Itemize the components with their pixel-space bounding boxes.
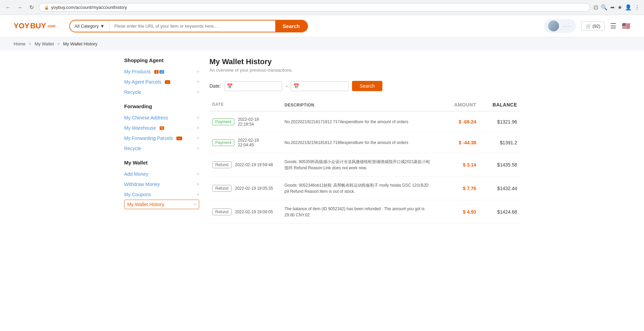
share-icon[interactable]: ➦: [610, 4, 615, 11]
sidebar-label-chinese-address: My Chinese Address: [124, 115, 168, 120]
chevron-right-icon-10: >: [197, 192, 199, 197]
breadcrumb-home[interactable]: Home: [14, 41, 26, 46]
category-label: All Category: [75, 24, 99, 29]
cell-date-4: Refund 2022-02-19 19:00:05: [209, 208, 278, 215]
chevron-right-icon-8: >: [197, 172, 199, 176]
sidebar-item-my-products[interactable]: My Products 1 2 >: [124, 67, 199, 77]
user-info[interactable]: ········: [544, 19, 576, 33]
date-text-3: 2022-02-19 19:05:35: [235, 186, 273, 191]
sidebar-label-forwarding-parcels: My Forwarding Parcels: [124, 135, 173, 141]
bookmark-icon[interactable]: ★: [617, 4, 622, 11]
search-button[interactable]: Search: [275, 20, 307, 32]
breadcrumb-current: My Wallet History: [63, 41, 98, 46]
date-text-2: 2022-02-19 19:59:48: [235, 162, 273, 167]
sidebar-badge-forwarding: ···: [176, 136, 182, 140]
reload-button[interactable]: ↻: [27, 3, 35, 12]
chevron-right-icon-7: >: [197, 146, 199, 151]
cell-balance-1: $1391.2: [479, 140, 520, 145]
sidebar-item-add-money[interactable]: Add Money >: [124, 169, 199, 179]
flag-icon[interactable]: 🇺🇸: [622, 22, 630, 30]
back-button[interactable]: ←: [4, 3, 12, 12]
chevron-right-icon-5: >: [197, 126, 199, 130]
page-title: My Wallet History: [209, 57, 520, 66]
breadcrumb-wallet[interactable]: My Wallet: [35, 41, 54, 46]
sidebar-item-wallet-history[interactable]: My Wallet History >: [124, 200, 199, 209]
date-filter: Date: 📅 - 📅 Search: [209, 81, 520, 91]
url-text: yoybuy.com/account/myaccounthistory: [51, 5, 127, 10]
search-input[interactable]: [109, 21, 275, 31]
chevron-right-icon-3: >: [197, 90, 199, 95]
type-badge-4: Refund: [212, 208, 232, 215]
header: YOYBUY.com All Category ▼ Search ·······…: [0, 15, 644, 37]
sidebar-label-my-coupons: My Coupons: [124, 192, 151, 197]
type-badge-3: Refund: [212, 185, 232, 192]
table-row: Payment 2022-02-19 22:04:45 No.202202192…: [209, 132, 520, 153]
header-right: ········ 🛒 (92) ☰ 🇺🇸: [544, 19, 630, 33]
chevron-right-icon-9: >: [197, 182, 199, 187]
transaction-rows: Payment 2022-02-19 22:18:54 No.202202192…: [209, 112, 520, 224]
sidebar-label-withdraw-money: Withdraw Money: [124, 182, 160, 187]
lock-icon: 🔒: [44, 5, 49, 10]
date-separator: -: [286, 83, 287, 89]
sidebar-item-forwarding-parcels[interactable]: My Forwarding Parcels ··· >: [124, 133, 199, 143]
sidebar-item-recycle-forwarding[interactable]: Recycle >: [124, 143, 199, 154]
date-end-input[interactable]: [291, 81, 349, 91]
sidebar-item-my-warehouse[interactable]: My Warehouse 5 >: [124, 123, 199, 133]
calendar-icon-start: 📅: [227, 83, 233, 89]
sidebar-section-wallet: My Wallet: [124, 160, 199, 166]
sidebar-item-chinese-address[interactable]: My Chinese Address >: [124, 113, 199, 123]
cell-amount-3: $ 7.76: [438, 186, 479, 191]
hamburger-menu-icon[interactable]: ☰: [610, 22, 616, 30]
category-dropdown[interactable]: All Category ▼: [70, 21, 110, 31]
translate-icon[interactable]: ⊡: [594, 4, 598, 11]
forward-button[interactable]: →: [16, 3, 24, 12]
content-area: My Wallet History An overview of your pr…: [209, 57, 520, 224]
cell-balance-4: $1424.68: [479, 209, 520, 215]
breadcrumb-sep-2: >: [57, 41, 60, 46]
calendar-icon-end: 📅: [293, 83, 299, 89]
table-row: Refund 2022-02-19 19:00:05 The balance o…: [209, 200, 520, 224]
cell-amount-2: $ 3.14: [438, 162, 479, 168]
col-header-amount: AMOUNT: [438, 102, 479, 108]
logo[interactable]: YOYBUY.com: [14, 21, 56, 30]
chevron-right-icon-4: >: [197, 115, 199, 120]
date-text-0: 2022-02-19 22:18:54: [238, 117, 275, 127]
sidebar-item-withdraw-money[interactable]: Withdraw Money >: [124, 179, 199, 189]
cell-desc-3: Goods: 9052346ob11娃鞋 高帮帆布鞋运动鞋板鞋子 molly h…: [278, 182, 438, 195]
logo-com: .com: [47, 24, 56, 28]
table-row: Refund 2022-02-19 19:05:35 Goods: 905234…: [209, 177, 520, 200]
date-search-button[interactable]: Search: [352, 81, 382, 91]
cart-button[interactable]: 🛒 (92): [581, 21, 605, 31]
cart-count: (92): [592, 24, 600, 29]
breadcrumb: Home > My Wallet > My Wallet History: [0, 37, 644, 51]
sidebar-item-my-coupons[interactable]: My Coupons >: [124, 189, 199, 200]
type-badge-1: Payment: [212, 139, 234, 146]
browser-actions: ⊡ 🔍 ➦ ★ 👤 ⋮: [594, 4, 640, 11]
col-header-balance: BALANCE: [479, 102, 520, 108]
search-bar: All Category ▼ Search: [69, 20, 308, 32]
sidebar-section-shopping-agent: Shopping Agent: [124, 57, 199, 63]
sidebar-item-my-agent-parcels[interactable]: My Agent Parcels ··· >: [124, 77, 199, 87]
sidebar-badge-products: 1 2: [154, 70, 164, 74]
chevron-down-icon: ▼: [100, 24, 104, 29]
page-subtitle: An overview of your previous transaction…: [209, 68, 520, 73]
date-end-wrap: 📅: [291, 81, 349, 91]
sidebar-item-recycle-shopping[interactable]: Recycle >: [124, 87, 199, 97]
cell-amount-1: $ -44.38: [438, 140, 479, 145]
sidebar-label-add-money: Add Money: [124, 171, 148, 177]
chevron-right-icon-6: >: [197, 136, 199, 141]
chevron-right-icon: >: [197, 69, 199, 74]
type-badge-2: Refund: [212, 161, 232, 168]
browser-chrome: ← → ↻ 🔒 yoybuy.com/account/myaccounthist…: [0, 0, 644, 15]
menu-icon[interactable]: ⋮: [634, 4, 640, 11]
main-layout: Shopping Agent My Products 1 2 > My Agen…: [117, 57, 527, 224]
address-bar[interactable]: 🔒 yoybuy.com/account/myaccounthistory: [39, 3, 590, 12]
date-text-4: 2022-02-19 19:00:05: [235, 210, 273, 214]
breadcrumb-sep-1: >: [29, 41, 31, 46]
zoom-icon[interactable]: 🔍: [601, 4, 608, 11]
cell-date-2: Refund 2022-02-19 19:59:48: [209, 161, 278, 168]
sidebar-section-forwarding: Forwarding: [124, 103, 199, 109]
date-start-input[interactable]: [224, 81, 282, 91]
profile-icon[interactable]: 👤: [625, 4, 632, 11]
username: ········: [562, 24, 572, 29]
